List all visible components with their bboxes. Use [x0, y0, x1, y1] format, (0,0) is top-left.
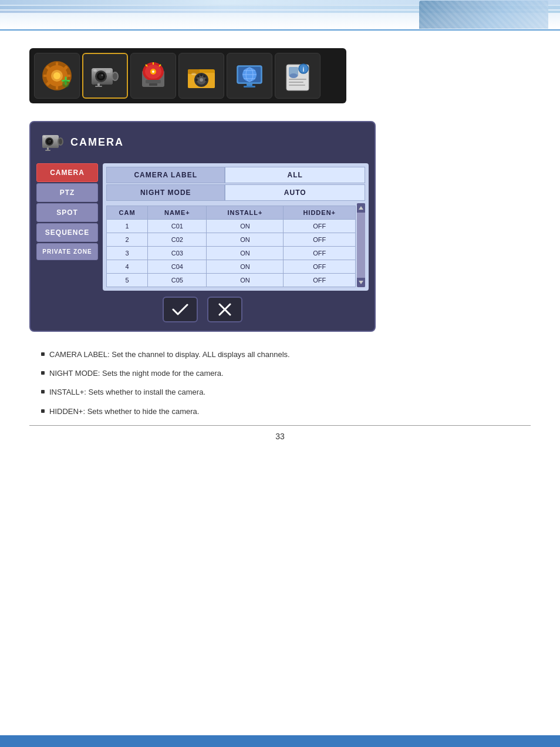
svg-rect-7 [66, 75, 70, 77]
bullet-dot-1 [41, 352, 45, 356]
cell-install-1: ON [207, 220, 284, 233]
bullet-dot-3 [41, 390, 45, 393]
scrollbar-track [357, 213, 365, 278]
scroll-down-arrow[interactable] [357, 278, 365, 287]
cancel-button[interactable] [207, 297, 242, 322]
svg-point-3 [53, 72, 60, 79]
panel-camera-icon [41, 130, 65, 154]
nav-camera[interactable]: CAMERA [36, 163, 98, 182]
record-folder-icon [185, 60, 217, 92]
camera-settings-panel: CAMERA CAMERA PTZ SPOT SEQUENCE PRIVATE … [29, 121, 376, 332]
gear-camera-icon [41, 60, 73, 92]
svg-rect-25 [95, 86, 102, 87]
cell-install-3: ON [207, 247, 284, 260]
svg-point-26 [93, 69, 97, 72]
table-row: 3 C03 ON OFF [107, 247, 356, 260]
cell-cam-3: 3 [107, 247, 148, 260]
bullet-dot-4 [41, 409, 45, 413]
bullet-item-4: HIDDEN+: Sets whether to hide the camera… [41, 406, 531, 417]
svg-rect-6 [43, 75, 48, 77]
bullet-text-1: CAMERA LABEL: Set the channel to display… [49, 349, 290, 360]
svg-point-14 [62, 80, 69, 88]
camera-label-key: CAMERA LABEL [106, 167, 225, 183]
page-number: 33 [29, 432, 531, 441]
bullet-text-4: HIDDEN+: Sets whether to hide the camera… [49, 406, 199, 417]
cell-cam-5: 5 [107, 274, 148, 287]
col-hidden[interactable]: HIDDEN+ [284, 206, 356, 220]
toolbar-settings-icon[interactable] [34, 53, 80, 99]
panel-footer [36, 297, 369, 325]
svg-point-31 [152, 70, 154, 73]
svg-rect-24 [97, 83, 100, 86]
toolbar-info-icon[interactable]: i [275, 53, 321, 99]
icon-toolbar: i [29, 48, 346, 103]
nav-sequence[interactable]: SEQUENCE [36, 223, 98, 242]
toolbar-alarm-icon[interactable] [130, 53, 176, 99]
content-area: CAMERA LABEL ALL NIGHT MODE AUTO CAM [103, 163, 369, 291]
cell-cam-1: 1 [107, 220, 148, 233]
nav-spot[interactable]: SPOT [36, 203, 98, 222]
svg-rect-58 [244, 86, 255, 88]
night-mode-value[interactable]: AUTO [225, 184, 365, 201]
col-name[interactable]: NAME+ [148, 206, 207, 220]
bullet-list: CAMERA LABEL: Set the channel to display… [41, 349, 531, 417]
cell-hidden-2: OFF [284, 233, 356, 247]
svg-rect-79 [45, 150, 50, 151]
table-row: 2 C02 ON OFF [107, 233, 356, 247]
night-mode-row: NIGHT MODE AUTO [106, 184, 365, 201]
footer-bar [0, 735, 560, 747]
cell-hidden-5: OFF [284, 274, 356, 287]
table-row: 4 C04 ON OFF [107, 260, 356, 274]
toolbar-network-icon[interactable] [227, 53, 272, 99]
svg-rect-77 [54, 136, 58, 139]
svg-point-80 [43, 136, 46, 138]
main-content: i [0, 31, 560, 459]
svg-point-43 [200, 74, 203, 76]
camera-icon [89, 60, 121, 92]
cell-install-4: ON [207, 260, 284, 274]
cell-hidden-4: OFF [284, 260, 356, 274]
cell-name-3: C03 [148, 247, 207, 260]
cell-name-4: C04 [148, 260, 207, 274]
toolbar-camera-icon[interactable] [82, 53, 128, 99]
svg-rect-23 [106, 70, 110, 73]
bullet-item-3: INSTALL+: Sets whether to install the ca… [41, 387, 531, 398]
cell-hidden-3: OFF [284, 247, 356, 260]
table-row: 5 C05 ON OFF [107, 274, 356, 287]
camera-label-value[interactable]: ALL [225, 167, 365, 183]
svg-rect-66 [289, 79, 306, 80]
bullet-item-2: NIGHT MODE: Sets the night mode for the … [41, 368, 531, 379]
cell-cam-4: 4 [107, 260, 148, 274]
col-cam[interactable]: CAM [107, 206, 148, 220]
svg-point-44 [205, 79, 207, 81]
night-mode-key: NIGHT MODE [106, 184, 225, 201]
panel-body: CAMERA PTZ SPOT SEQUENCE PRIVATE ZONE CA… [36, 163, 369, 291]
bullet-item-1: CAMERA LABEL: Set the channel to display… [41, 349, 531, 360]
cell-install-2: ON [207, 233, 284, 247]
network-icon [234, 60, 265, 92]
svg-point-45 [195, 79, 198, 81]
col-install[interactable]: INSTALL+ [207, 206, 284, 220]
nav-ptz[interactable]: PTZ [36, 183, 98, 202]
cell-name-2: C02 [148, 233, 207, 247]
svg-point-63 [289, 73, 298, 78]
scroll-up-arrow[interactable] [357, 203, 365, 213]
svg-rect-5 [56, 85, 58, 89]
bullet-text-3: INSTALL+: Sets whether to install the ca… [49, 387, 205, 398]
svg-text:i: i [303, 66, 305, 73]
info-icon: i [282, 60, 313, 92]
svg-point-48 [191, 73, 196, 75]
nav-private-zone[interactable]: PRIVATE ZONE [36, 243, 98, 260]
cell-hidden-1: OFF [284, 220, 356, 233]
camera-table: CAM NAME+ INSTALL+ HIDDEN+ 1 C01 [106, 206, 356, 287]
svg-point-42 [200, 78, 203, 82]
svg-rect-57 [247, 83, 252, 86]
svg-rect-32 [146, 80, 161, 83]
confirm-button[interactable] [163, 297, 198, 322]
svg-rect-78 [47, 147, 49, 150]
svg-point-74 [50, 140, 51, 142]
svg-point-76 [59, 139, 62, 144]
toolbar-record-icon[interactable] [178, 53, 224, 99]
svg-rect-4 [56, 62, 58, 67]
svg-rect-33 [149, 83, 157, 86]
